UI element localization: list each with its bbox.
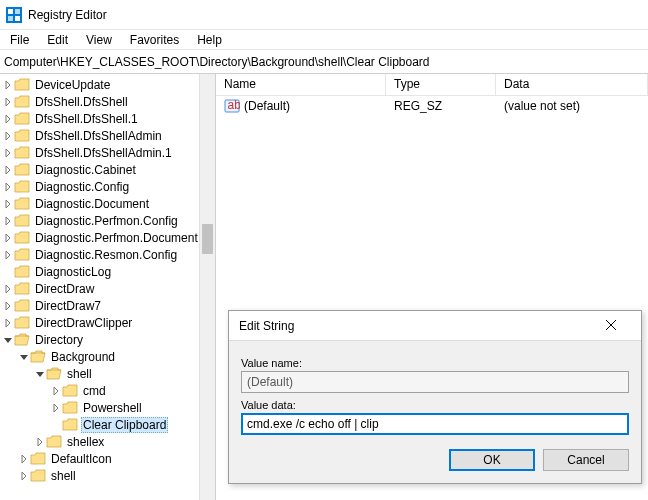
tree-item[interactable]: DirectDrawClipper	[0, 314, 215, 331]
dialog-titlebar[interactable]: Edit String	[229, 311, 641, 341]
chevron-right-icon[interactable]	[2, 319, 14, 327]
tree-item[interactable]: shell	[0, 365, 215, 382]
chevron-right-icon[interactable]	[2, 149, 14, 157]
tree-item-label: DfsShell.DfsShellAdmin.1	[33, 146, 174, 160]
tree-item[interactable]: Directory	[0, 331, 215, 348]
chevron-right-icon[interactable]	[2, 81, 14, 89]
tree-item[interactable]: Background	[0, 348, 215, 365]
tree-item-label: DfsShell.DfsShell.1	[33, 112, 140, 126]
tree-item[interactable]: DiagnosticLog	[0, 263, 215, 280]
tree-item-label: Clear Clipboard	[81, 417, 168, 433]
tree-item-label: DirectDraw	[33, 282, 96, 296]
value-name-label: Value name:	[241, 357, 629, 369]
chevron-right-icon[interactable]	[2, 166, 14, 174]
svg-rect-2	[15, 9, 20, 14]
tree-item[interactable]: Diagnostic.Perfmon.Config	[0, 212, 215, 229]
tree-scrollbar-thumb[interactable]	[202, 224, 213, 254]
tree-item-label: shell	[49, 469, 78, 483]
list-header: Name Type Data	[216, 74, 648, 96]
folder-icon	[14, 214, 30, 228]
tree-item[interactable]: cmd	[0, 382, 215, 399]
tree-item-label: DirectDrawClipper	[33, 316, 134, 330]
chevron-right-icon[interactable]	[2, 183, 14, 191]
tree-item[interactable]: Clear Clipboard	[0, 416, 215, 433]
value-data-input[interactable]	[241, 413, 629, 435]
col-type[interactable]: Type	[386, 74, 496, 95]
value-name-input[interactable]	[241, 371, 629, 393]
tree-item[interactable]: DfsShell.DfsShell.1	[0, 110, 215, 127]
chevron-right-icon[interactable]	[2, 115, 14, 123]
tree-item-label: Directory	[33, 333, 85, 347]
tree-item[interactable]: DirectDraw	[0, 280, 215, 297]
tree-item-label: DirectDraw7	[33, 299, 103, 313]
folder-icon	[62, 384, 78, 398]
dialog-close-button[interactable]	[591, 313, 631, 339]
tree-item-label: Diagnostic.Resmon.Config	[33, 248, 179, 262]
chevron-right-icon[interactable]	[2, 98, 14, 106]
chevron-down-icon[interactable]	[18, 353, 30, 361]
edit-string-dialog: Edit String Value name: Value data: OK C…	[228, 310, 642, 484]
value-type: REG_SZ	[386, 99, 496, 113]
folder-icon	[46, 435, 62, 449]
window-titlebar: Registry Editor	[0, 0, 648, 30]
folder-icon	[14, 78, 30, 92]
address-bar[interactable]: Computer\HKEY_CLASSES_ROOT\Directory\Bac…	[0, 50, 648, 74]
chevron-right-icon[interactable]	[2, 200, 14, 208]
chevron-right-icon[interactable]	[50, 404, 62, 412]
tree-item[interactable]: Diagnostic.Cabinet	[0, 161, 215, 178]
tree-scrollbar[interactable]	[199, 74, 215, 500]
chevron-right-icon[interactable]	[18, 472, 30, 480]
menu-help[interactable]: Help	[189, 31, 230, 49]
col-data[interactable]: Data	[496, 74, 648, 95]
folder-icon	[14, 146, 30, 160]
tree-item-label: cmd	[81, 384, 108, 398]
chevron-right-icon[interactable]	[18, 455, 30, 463]
chevron-right-icon[interactable]	[2, 234, 14, 242]
tree-item[interactable]: shellex	[0, 433, 215, 450]
tree-item[interactable]: DeviceUpdate	[0, 76, 215, 93]
chevron-right-icon[interactable]	[34, 438, 46, 446]
tree-item-label: Powershell	[81, 401, 144, 415]
list-row[interactable]: ab(Default)REG_SZ(value not set)	[216, 96, 648, 116]
chevron-right-icon[interactable]	[50, 387, 62, 395]
folder-icon	[14, 197, 30, 211]
folder-icon	[62, 401, 78, 415]
tree-item[interactable]: DfsShell.DfsShellAdmin.1	[0, 144, 215, 161]
tree-item[interactable]: DfsShell.DfsShellAdmin	[0, 127, 215, 144]
window-title: Registry Editor	[28, 8, 107, 22]
chevron-right-icon[interactable]	[2, 251, 14, 259]
folder-icon	[62, 418, 78, 432]
tree-item[interactable]: Diagnostic.Perfmon.Document	[0, 229, 215, 246]
tree-item[interactable]: DfsShell.DfsShell	[0, 93, 215, 110]
tree-item[interactable]: shell	[0, 467, 215, 484]
tree-item-label: Diagnostic.Cabinet	[33, 163, 138, 177]
tree-item[interactable]: Powershell	[0, 399, 215, 416]
tree-item-label: shellex	[65, 435, 106, 449]
folder-icon	[14, 316, 30, 330]
chevron-right-icon[interactable]	[2, 285, 14, 293]
cancel-button[interactable]: Cancel	[543, 449, 629, 471]
chevron-down-icon[interactable]	[2, 336, 14, 344]
tree-view[interactable]: DeviceUpdateDfsShell.DfsShellDfsShell.Df…	[0, 74, 216, 500]
menu-edit[interactable]: Edit	[39, 31, 76, 49]
menu-view[interactable]: View	[78, 31, 120, 49]
menu-favorites[interactable]: Favorites	[122, 31, 187, 49]
dialog-buttons: OK Cancel	[241, 449, 629, 471]
chevron-down-icon[interactable]	[34, 370, 46, 378]
tree-item-label: DfsShell.DfsShell	[33, 95, 130, 109]
chevron-right-icon[interactable]	[2, 132, 14, 140]
tree-item[interactable]: DirectDraw7	[0, 297, 215, 314]
folder-icon	[30, 469, 46, 483]
chevron-right-icon[interactable]	[2, 302, 14, 310]
ok-button[interactable]: OK	[449, 449, 535, 471]
tree-item[interactable]: Diagnostic.Config	[0, 178, 215, 195]
menu-file[interactable]: File	[2, 31, 37, 49]
tree-item-label: Diagnostic.Perfmon.Config	[33, 214, 180, 228]
tree-item[interactable]: Diagnostic.Resmon.Config	[0, 246, 215, 263]
col-name[interactable]: Name	[216, 74, 386, 95]
tree-item[interactable]: Diagnostic.Document	[0, 195, 215, 212]
tree-item-label: DefaultIcon	[49, 452, 114, 466]
svg-rect-1	[8, 9, 13, 14]
chevron-right-icon[interactable]	[2, 217, 14, 225]
tree-item[interactable]: DefaultIcon	[0, 450, 215, 467]
